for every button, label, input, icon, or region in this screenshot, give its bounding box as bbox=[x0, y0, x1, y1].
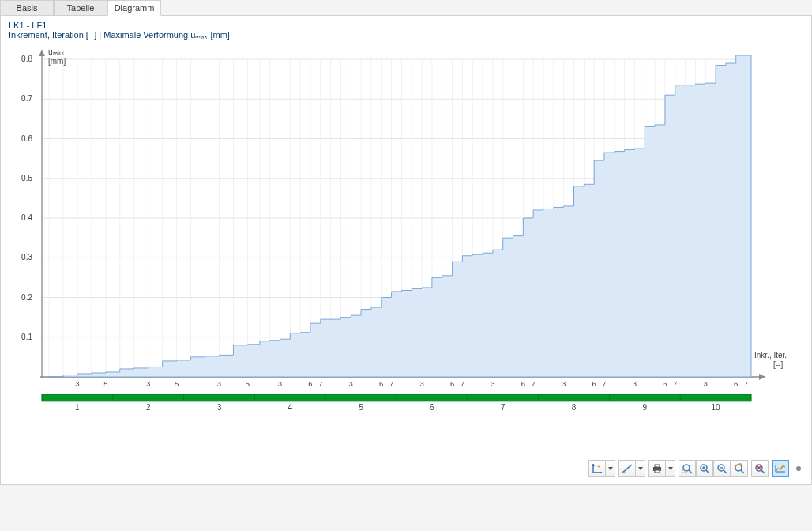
svg-text:[--]: [--] bbox=[773, 360, 783, 369]
tab-basis[interactable]: Basis bbox=[0, 0, 54, 16]
chart-title-line1: LK1 - LF1 bbox=[9, 21, 803, 30]
svg-text:uₘₐₓ: uₘₐₓ bbox=[48, 47, 64, 56]
svg-text:2: 2 bbox=[146, 403, 151, 412]
chart: 0.10.20.30.40.50.60.70.8uₘₐₓ[mm]Inkr., I… bbox=[9, 45, 799, 460]
svg-text:7: 7 bbox=[602, 379, 606, 388]
svg-text:6: 6 bbox=[379, 379, 383, 388]
svg-text:6: 6 bbox=[450, 379, 454, 388]
svg-text:6: 6 bbox=[521, 379, 525, 388]
svg-text:7: 7 bbox=[501, 403, 506, 412]
svg-text:5: 5 bbox=[103, 379, 107, 388]
chevron-down-icon bbox=[638, 467, 643, 470]
svg-point-153 bbox=[796, 466, 801, 471]
svg-text:8: 8 bbox=[572, 403, 577, 412]
svg-text:[mm]: [mm] bbox=[48, 57, 66, 66]
svg-text:10: 10 bbox=[712, 403, 721, 412]
svg-text:6: 6 bbox=[734, 379, 738, 388]
chevron-down-icon bbox=[608, 467, 613, 470]
svg-text:0.1: 0.1 bbox=[21, 333, 32, 341]
svg-text:0.2: 0.2 bbox=[21, 293, 32, 302]
svg-text:7: 7 bbox=[673, 379, 677, 388]
svg-text:3: 3 bbox=[217, 379, 221, 388]
svg-text:0.5: 0.5 bbox=[21, 174, 32, 183]
svg-text:3: 3 bbox=[491, 379, 494, 388]
svg-text:0.6: 0.6 bbox=[21, 134, 32, 143]
svg-rect-137 bbox=[655, 465, 660, 467]
tab-tabelle[interactable]: Tabelle bbox=[54, 0, 107, 16]
chart-type-button[interactable] bbox=[772, 460, 789, 477]
print-button[interactable] bbox=[648, 460, 666, 477]
svg-point-139 bbox=[683, 465, 690, 471]
svg-text:3: 3 bbox=[562, 379, 566, 388]
svg-text:7: 7 bbox=[744, 379, 748, 388]
svg-text:7: 7 bbox=[532, 379, 536, 388]
svg-line-140 bbox=[689, 470, 692, 473]
svg-text:7: 7 bbox=[318, 379, 322, 388]
zoom-reset-button[interactable] bbox=[751, 460, 769, 477]
svg-text:5: 5 bbox=[175, 379, 179, 388]
gradient-button[interactable] bbox=[618, 460, 636, 477]
svg-rect-138 bbox=[655, 470, 660, 473]
svg-text:0.7: 0.7 bbox=[21, 94, 32, 103]
zoom-previous-button[interactable] bbox=[731, 460, 748, 477]
svg-text:3: 3 bbox=[278, 379, 282, 388]
svg-line-152 bbox=[761, 470, 765, 473]
zoom-out-button[interactable] bbox=[713, 460, 731, 477]
svg-text:7: 7 bbox=[461, 379, 464, 388]
chevron-down-icon bbox=[668, 467, 673, 470]
svg-text:Inkr., Iter.: Inkr., Iter. bbox=[754, 351, 787, 360]
svg-text:6: 6 bbox=[592, 379, 596, 388]
tab-bar: Basis Tabelle Diagramm bbox=[0, 0, 812, 16]
svg-text:3: 3 bbox=[419, 379, 423, 388]
svg-line-143 bbox=[706, 470, 709, 473]
svg-text:3: 3 bbox=[146, 379, 150, 388]
zoom-in-button[interactable] bbox=[696, 460, 713, 477]
axes-settings-dropdown[interactable] bbox=[606, 460, 615, 477]
svg-text:+: + bbox=[597, 464, 600, 469]
print-dropdown[interactable] bbox=[666, 460, 675, 477]
svg-text:4: 4 bbox=[288, 403, 293, 412]
zoom-window-button[interactable] bbox=[679, 460, 696, 477]
svg-text:0.8: 0.8 bbox=[21, 55, 32, 63]
svg-text:0.3: 0.3 bbox=[21, 253, 32, 262]
svg-text:3: 3 bbox=[217, 403, 222, 412]
diagram-panel: LK1 - LF1 Inkrement, Iteration [--] | Ma… bbox=[0, 15, 812, 485]
tab-diagramm[interactable]: Diagramm bbox=[107, 0, 161, 16]
svg-text:7: 7 bbox=[389, 379, 393, 388]
svg-text:0.4: 0.4 bbox=[21, 213, 32, 222]
svg-text:3: 3 bbox=[704, 379, 708, 388]
svg-text:3: 3 bbox=[349, 379, 353, 388]
svg-text:9: 9 bbox=[643, 403, 648, 412]
svg-line-150 bbox=[741, 470, 744, 473]
axes-settings-button[interactable]: + bbox=[588, 460, 606, 477]
chart-toolbar: + bbox=[588, 458, 805, 480]
chart-title-line2: Inkrement, Iteration [--] | Maximale Ver… bbox=[9, 30, 803, 40]
svg-text:1: 1 bbox=[75, 403, 80, 412]
svg-line-147 bbox=[724, 470, 727, 473]
info-dot-button[interactable] bbox=[792, 460, 805, 477]
svg-text:5: 5 bbox=[359, 403, 363, 412]
svg-text:3: 3 bbox=[633, 379, 637, 388]
svg-text:6: 6 bbox=[308, 379, 312, 388]
svg-text:6: 6 bbox=[663, 379, 667, 388]
gradient-dropdown[interactable] bbox=[636, 460, 645, 477]
svg-text:6: 6 bbox=[430, 403, 434, 412]
svg-text:5: 5 bbox=[246, 379, 250, 388]
svg-text:3: 3 bbox=[75, 379, 79, 388]
